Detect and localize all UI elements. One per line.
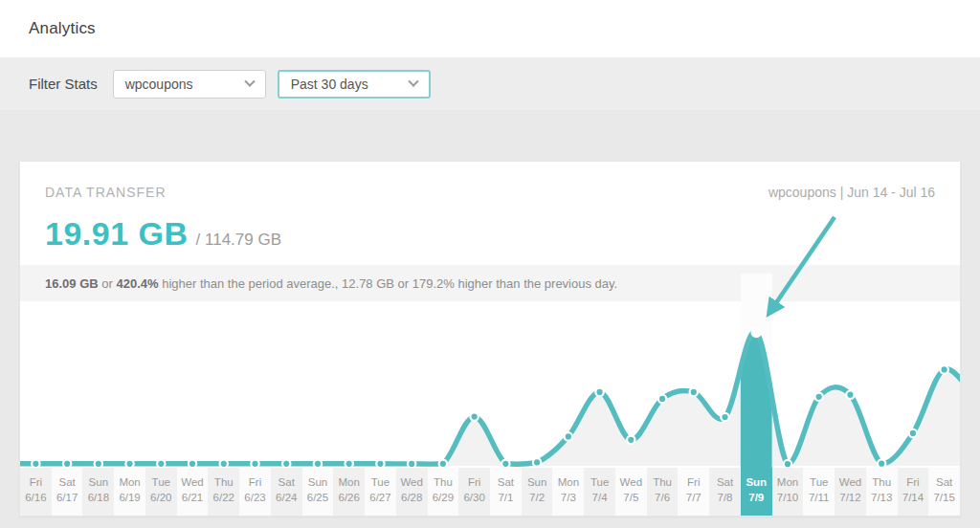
axis-label[interactable]: Thu7/6 <box>647 468 679 516</box>
data-transfer-chart[interactable] <box>20 310 960 468</box>
area-chart-canvas[interactable] <box>20 310 960 468</box>
axis-day: Tue <box>365 474 396 490</box>
axis-label[interactable]: Fri6/16 <box>20 468 52 516</box>
axis-day: Wed <box>835 474 866 490</box>
axis-label[interactable]: Fri7/7 <box>678 468 709 516</box>
summary-text: higher than the period average., 12.78 G… <box>159 276 618 291</box>
chart-point[interactable] <box>157 460 165 468</box>
chart-point[interactable] <box>95 460 102 468</box>
axis-day: Mon <box>772 474 804 490</box>
axis-date: 7/4 <box>584 490 615 505</box>
axis-date: 6/29 <box>428 490 459 505</box>
axis-day: Wed <box>177 474 209 490</box>
axis-label[interactable]: Sun6/18 <box>82 468 114 516</box>
axis-label[interactable]: Sun6/25 <box>302 468 334 516</box>
chart-point[interactable] <box>878 459 885 467</box>
axis-label[interactable]: Mon7/3 <box>552 468 584 516</box>
axis-label[interactable]: Sat7/15 <box>928 468 960 516</box>
axis-day: Thu <box>866 474 898 490</box>
chart-point[interactable] <box>220 460 228 468</box>
chart-point[interactable] <box>784 460 791 468</box>
axis-day: Wed <box>396 474 428 490</box>
axis-label[interactable]: Mon7/10 <box>772 468 804 516</box>
chart-point[interactable] <box>846 391 854 399</box>
chart-point[interactable] <box>501 460 509 468</box>
axis-day: Thu <box>647 474 679 490</box>
axis-date: 6/22 <box>208 490 239 505</box>
axis-label[interactable]: Sat7/1 <box>490 468 522 516</box>
axis-date: 7/7 <box>678 490 709 505</box>
axis-day: Sat <box>271 474 302 490</box>
page-title: Analytics <box>29 19 96 38</box>
chart-point[interactable] <box>627 436 635 444</box>
chart-point[interactable] <box>565 432 572 440</box>
chevron-down-icon <box>408 76 418 86</box>
axis-label[interactable]: Tue7/11 <box>803 468 835 516</box>
axis-date: 7/3 <box>552 490 584 505</box>
axis-date: 6/16 <box>20 490 52 505</box>
chart-point[interactable] <box>408 460 415 468</box>
chart-point[interactable] <box>63 460 71 468</box>
chart-point[interactable] <box>439 460 447 468</box>
axis-label[interactable]: Fri6/23 <box>239 468 271 516</box>
chart-point[interactable] <box>282 460 290 468</box>
chart-point-highlighted[interactable] <box>751 328 761 338</box>
chart-point[interactable] <box>32 460 39 468</box>
axis-label[interactable]: Sat6/17 <box>52 468 83 516</box>
axis-label[interactable]: Mon6/19 <box>114 468 145 516</box>
axis-date: 7/12 <box>835 490 866 505</box>
axis-label[interactable]: Sat6/24 <box>271 468 302 516</box>
chart-point[interactable] <box>189 460 196 468</box>
axis-day: Sun <box>741 474 772 490</box>
axis-date: 7/6 <box>647 490 679 505</box>
chart-point[interactable] <box>533 458 541 466</box>
axis-label[interactable]: Sun7/2 <box>522 468 553 516</box>
axis-date: 6/28 <box>396 490 428 505</box>
chart-point[interactable] <box>251 460 258 468</box>
chart-point[interactable] <box>376 460 384 468</box>
chart-point[interactable] <box>314 460 322 468</box>
axis-day: Tue <box>803 474 835 490</box>
axis-date: 7/10 <box>772 490 804 505</box>
axis-date: 6/23 <box>239 490 271 505</box>
primary-metric-row: 19.91 GB / 114.79 GB <box>20 200 960 253</box>
axis-date: 7/2 <box>522 490 553 505</box>
chart-point[interactable] <box>345 460 353 468</box>
axis-label[interactable]: Thu6/29 <box>428 468 459 516</box>
axis-label[interactable]: Wed6/28 <box>396 468 428 516</box>
date-range-select[interactable]: Past 30 days <box>278 70 431 99</box>
chart-point[interactable] <box>595 388 603 396</box>
axis-label[interactable]: Sat7/8 <box>709 468 741 516</box>
axis-label[interactable]: Tue6/20 <box>145 468 177 516</box>
axis-day: Sat <box>928 474 960 490</box>
axis-label[interactable]: Wed7/12 <box>835 468 866 516</box>
axis-date: 6/21 <box>177 490 209 505</box>
chart-point[interactable] <box>940 365 947 373</box>
axis-day: Sat <box>490 474 522 490</box>
site-select[interactable]: wpcoupons <box>113 70 266 99</box>
chart-point[interactable] <box>658 395 666 403</box>
axis-label-highlighted[interactable]: Sun7/9 <box>741 468 772 516</box>
site-select-value: wpcoupons <box>125 77 193 92</box>
axis-label[interactable]: Thu6/22 <box>208 468 239 516</box>
axis-label[interactable]: Thu7/13 <box>866 468 898 516</box>
chart-point[interactable] <box>690 388 698 396</box>
chart-point[interactable] <box>815 393 823 401</box>
axis-date: 7/1 <box>490 490 522 505</box>
date-range-select-value: Past 30 days <box>291 77 368 92</box>
axis-day: Fri <box>458 474 490 490</box>
axis-day: Thu <box>428 474 459 490</box>
axis-label[interactable]: Fri6/30 <box>458 468 490 516</box>
axis-label[interactable]: Wed7/5 <box>615 468 647 516</box>
chart-point[interactable] <box>125 460 133 468</box>
axis-label[interactable]: Tue6/27 <box>365 468 396 516</box>
axis-label[interactable]: Wed6/21 <box>177 468 209 516</box>
axis-label[interactable]: Fri7/14 <box>898 468 929 516</box>
chart-point[interactable] <box>470 412 478 420</box>
axis-day: Mon <box>333 474 365 490</box>
axis-label[interactable]: Tue7/4 <box>584 468 615 516</box>
axis-label[interactable]: Mon6/26 <box>333 468 365 516</box>
data-transfer-card: DATA TRANSFER wpcoupons | Jun 14 - Jul 1… <box>19 161 961 517</box>
chart-point[interactable] <box>909 429 917 437</box>
chart-point[interactable] <box>721 413 728 421</box>
